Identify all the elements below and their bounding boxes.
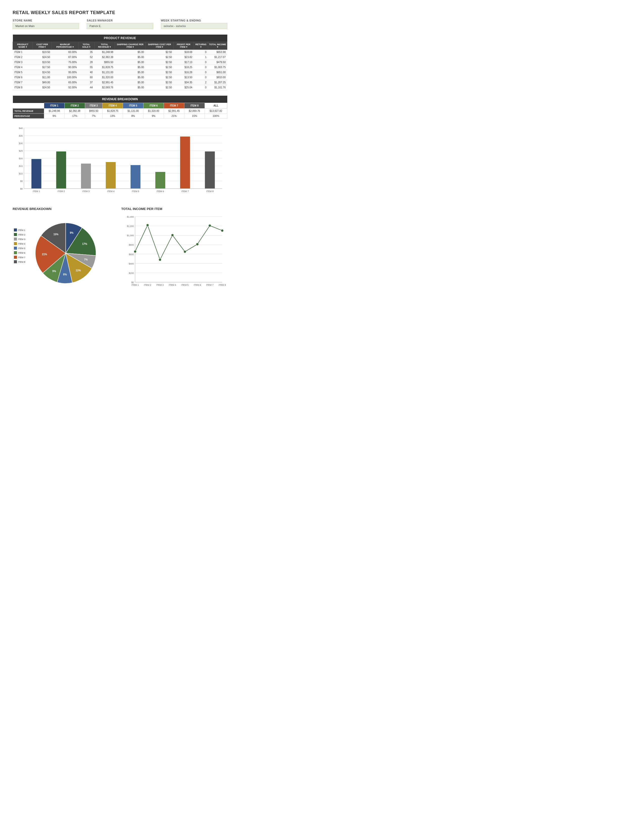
breakdown-col-header: ITEM 7 [164, 103, 184, 109]
svg-rect-24 [106, 162, 116, 188]
col-header[interactable]: SHIPPING COST PER ITEM ▾ [145, 42, 174, 50]
table-cell: 55 [78, 65, 94, 70]
table-cell: 37 [78, 80, 94, 85]
table-cell: $2,069.76 [94, 85, 115, 90]
table-cell: 0 [194, 75, 208, 80]
svg-text:$40: $40 [19, 127, 23, 130]
svg-rect-32 [205, 151, 215, 188]
breakdown-cell: 13% [103, 114, 123, 119]
svg-text:$25: $25 [19, 150, 23, 152]
table-cell: $1,217.07 [208, 55, 227, 60]
main-title: RETAIL WEEKLY SALES REPORT TEMPLATE [13, 10, 227, 15]
col-header[interactable]: PRODUCT NAME ▾ [13, 42, 33, 50]
svg-text:ITEM 2: ITEM 2 [18, 233, 25, 236]
svg-point-83 [196, 243, 198, 246]
table-cell: ITEM 8 [13, 85, 33, 90]
table-cell: $2.50 [145, 65, 174, 70]
col-header[interactable]: RETURNS ▾ [194, 42, 208, 50]
breakdown-cell: 15% [184, 114, 205, 119]
table-cell: 28 [78, 60, 94, 65]
breakdown-col-header: ITEM 6 [143, 103, 164, 109]
table-cell: 83.00% [52, 50, 78, 55]
table-row: ITEM 2$24.5087.00%52$2,382.38$5.00$2.50$… [13, 55, 227, 60]
breakdown-cell: $1,320.00 [143, 109, 164, 114]
breakdown-cell: $2,069.76 [184, 109, 205, 114]
table-cell: $653.98 [208, 50, 227, 55]
table-cell: $5.00 [115, 55, 145, 60]
col-header[interactable]: COST PER ITEM ▾ [33, 42, 52, 50]
breakdown-cell: 17% [64, 114, 85, 119]
table-cell: 0 [194, 70, 208, 75]
svg-rect-20 [56, 151, 66, 188]
table-cell: 1 [194, 55, 208, 60]
svg-text:13%: 13% [76, 269, 81, 272]
svg-text:17%: 17% [82, 243, 87, 245]
col-header[interactable]: PROFIT PER ITEM ▾ [174, 42, 194, 50]
svg-text:$20: $20 [19, 157, 23, 160]
col-header[interactable]: MARKUP PERCENTAGE ▾ [52, 42, 78, 50]
svg-rect-18 [31, 159, 41, 188]
breakdown-col-header: ITEM 2 [64, 103, 85, 109]
svg-text:ITEM 5: ITEM 5 [132, 190, 139, 193]
svg-text:$1,400: $1,400 [127, 215, 134, 218]
svg-text:9%: 9% [70, 232, 74, 234]
svg-text:ITEM 3: ITEM 3 [156, 284, 164, 286]
svg-text:$10: $10 [19, 172, 23, 175]
table-cell: 60 [78, 75, 94, 80]
table-cell: $2.50 [145, 85, 174, 90]
svg-text:8%: 8% [63, 273, 67, 276]
manager-value: Patrick E. [87, 23, 153, 29]
table-cell: $1,101.76 [208, 85, 227, 90]
col-header[interactable]: SHIPPING CHARGE PER ITEM ▾ [115, 42, 145, 50]
table-cell: $19.50 [33, 60, 52, 65]
svg-point-81 [171, 234, 174, 236]
table-cell: $18.69 [174, 50, 194, 55]
bar-chart-section: $0$5$10$15$20$25$30$35$40ITEM 1ITEM 2ITE… [13, 124, 227, 200]
col-header[interactable]: TOTAL SOLD ▾ [78, 42, 94, 50]
breakdown-cell: 9% [44, 114, 64, 119]
table-cell: $5.00 [115, 85, 145, 90]
pie-chart-title: REVENUE BREAKDOWN [13, 207, 114, 211]
svg-text:ITEM 3: ITEM 3 [18, 238, 25, 241]
col-header[interactable]: TOTAL REVENUE ▾ [94, 42, 115, 50]
table-row: ITEM 5$14.5095.00%40$1,131.00$5.00$2.50$… [13, 70, 227, 75]
breakdown-cell: $2,382.38 [64, 109, 85, 114]
breakdown-cell: $13,927.82 [205, 109, 227, 114]
svg-rect-28 [155, 172, 165, 188]
table-cell: $1,248.98 [94, 50, 115, 55]
svg-text:$200: $200 [129, 272, 134, 274]
breakdown-cell: 100% [205, 114, 227, 119]
table-cell: 0 [194, 85, 208, 90]
svg-rect-46 [14, 233, 17, 236]
breakdown-col-header: ITEM 8 [184, 103, 205, 109]
breakdown-cell: 9% [143, 114, 164, 119]
breakdown-cell: $1,828.75 [103, 109, 123, 114]
product-table-title: PRODUCT REVENUE [13, 35, 227, 42]
svg-rect-58 [14, 260, 17, 263]
svg-rect-30 [180, 137, 190, 188]
svg-point-82 [184, 251, 186, 253]
table-cell: ITEM 4 [13, 65, 33, 70]
table-cell: $34.35 [174, 80, 194, 85]
table-cell: ITEM 1 [13, 50, 33, 55]
svg-point-84 [209, 224, 211, 227]
svg-text:$35: $35 [19, 135, 23, 137]
table-cell: $16.28 [174, 70, 194, 75]
table-cell: $2.50 [145, 55, 174, 60]
table-cell: $5.00 [115, 70, 145, 75]
breakdown-cell: $2,991.45 [164, 109, 184, 114]
table-cell: $1,320.00 [94, 75, 115, 80]
table-cell: $479.50 [208, 60, 227, 65]
table-row: ITEM 4$17.5090.00%55$1,828.75$5.00$2.50$… [13, 65, 227, 70]
svg-text:ITEM 8: ITEM 8 [206, 190, 213, 193]
svg-rect-50 [14, 242, 17, 245]
bottom-charts-section: REVENUE BREAKDOWN 9%17%7%13%8%9%21%15%IT… [13, 207, 227, 294]
table-row: ITEM 1$19.5083.00%35$1,248.98$5.00$2.50$… [13, 50, 227, 55]
svg-text:ITEM 1: ITEM 1 [33, 190, 40, 193]
svg-text:ITEM 6: ITEM 6 [18, 252, 25, 254]
week-block: WEEK STARTING & ENDING xx/xx/xx - xx/xx/… [161, 19, 227, 29]
breakdown-col-header: ITEM 3 [85, 103, 102, 109]
table-cell: $1,207.25 [208, 80, 227, 85]
col-header[interactable]: TOTAL INCOME ▾ [208, 42, 227, 50]
svg-text:ITEM 4: ITEM 4 [18, 243, 25, 245]
